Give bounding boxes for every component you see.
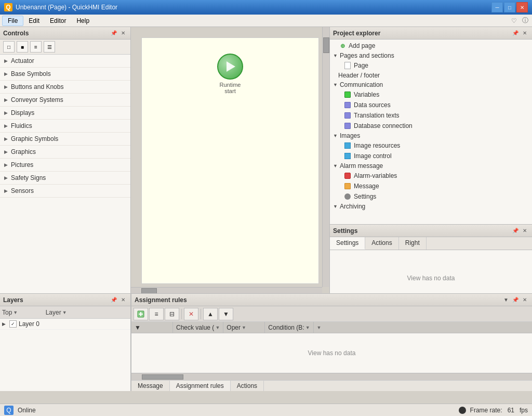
tree-item-database-connection[interactable]: Database connection [330,121,532,131]
control-pictures[interactable]: ▶ Pictures [0,159,130,172]
control-base-symbols[interactable]: ▶ Base Symbols [0,68,130,81]
tree-label: Images [340,132,360,139]
assignment-content: View has no data [131,333,532,373]
project-close-button[interactable]: ✕ [521,29,529,37]
settings-pin-button[interactable]: 📌 [511,227,520,235]
filter-icon[interactable]: ▼ [317,325,322,330]
variables-icon [343,90,352,99]
control-sensors[interactable]: ▶ Sensors [0,185,130,198]
collapse-icon: ▼ [333,133,338,138]
svg-marker-2 [227,61,235,72]
icon-list-simple[interactable]: ☰ [44,41,55,53]
menu-help[interactable]: Help [71,16,95,25]
layer-expand-button[interactable]: ▶ [2,321,9,327]
control-graphics[interactable]: ▶ Graphics [0,146,130,159]
tree-item-archiving[interactable]: ▼ Archiving [330,202,532,211]
filter-icon[interactable]: ▼ [62,310,67,315]
icon-square-filled[interactable]: ■ [17,41,28,53]
tree-item-image-resources[interactable]: Image resources [330,140,532,151]
assignment-add-button[interactable] [134,308,148,320]
arrow-icon: ▶ [4,188,8,193]
tree-item-page[interactable]: Page [330,60,532,71]
runtime-button[interactable]: Runtimestart [217,54,243,94]
control-conveyor[interactable]: ▶ Conveyor Systems [0,94,130,107]
assignment-down-button[interactable]: ▼ [219,308,233,320]
menu-edit[interactable]: Edit [23,16,45,25]
layer-visibility-checkbox[interactable] [9,320,17,328]
filter-icon[interactable]: ▼ [13,310,18,315]
tab-actions[interactable]: Actions [365,237,398,250]
tree-item-settings[interactable]: Settings [330,191,532,202]
tree-item-images[interactable]: ▼ Images [330,131,532,140]
filter-icon[interactable]: ▼ [215,325,220,330]
tree-label: Database connection [354,122,413,129]
control-buttons-knobs[interactable]: ▶ Buttons and Knobs [0,81,130,94]
assignment-hscrollbar[interactable] [131,373,532,380]
layers-pin-button[interactable]: 📌 [110,296,118,304]
window-title: Unbenannt (Page) - QuickHMI Editor [16,4,117,11]
control-fluidics[interactable]: ▶ Fluidics [0,120,130,133]
tree-item-translation-texts[interactable]: Translation texts [330,110,532,121]
tab-message[interactable]: Message [131,381,170,391]
layer-row: ▶ Layer 0 [0,319,130,330]
settings-close-button[interactable]: ✕ [521,227,529,235]
layers-list: ▶ Layer 0 [0,319,130,391]
assignment-list-button[interactable]: ≡ [149,308,164,320]
canvas-area[interactable]: Runtimestart [131,27,329,294]
control-safety-signs[interactable]: ▶ Safety Signs [0,172,130,185]
assignment-collapse-button[interactable]: ▼ [502,296,510,304]
image-control-icon [343,152,352,160]
assignment-list2-button[interactable]: ⊟ [165,308,179,320]
tree-item-pages-sections[interactable]: ▼ Pages and sections [330,51,532,60]
minimize-button[interactable]: ─ [491,2,503,12]
project-tree: ⊕ Add page ▼ Pages and sections Page [330,40,532,224]
icon-square-outline[interactable]: □ [3,41,15,53]
tree-item-variables[interactable]: Variables [330,89,532,100]
canvas-vscrollbar[interactable] [322,27,329,287]
menu-file[interactable]: File [2,16,23,26]
tab-right[interactable]: Right [399,237,427,250]
icon-list-detail[interactable]: ≡ [30,41,42,53]
control-actuator[interactable]: ▶ Actuator [0,55,130,68]
canvas-surface[interactable]: Runtimestart [141,37,319,284]
layers-column-header: Top ▼ Layer ▼ [0,306,130,319]
data-sources-icon [343,101,352,109]
assignment-pin-button[interactable]: 📌 [511,296,520,304]
tree-item-alarm-variables[interactable]: Alarm-variables [330,171,532,181]
info-icon[interactable]: ⓘ [521,16,530,25]
filter-icon[interactable]: ▼ [242,325,246,330]
arrow-icon: ▶ [4,97,8,102]
control-graphic-symbols[interactable]: ▶ Graphic Symbols [0,133,130,146]
hscroll-thumb[interactable] [142,374,183,380]
add-page-icon: ⊕ [338,42,347,50]
assignment-delete-button[interactable]: ✕ [184,308,198,320]
tree-item-image-control[interactable]: Image control [330,151,532,161]
project-pin-button[interactable]: 📌 [511,29,520,37]
controls-close-button[interactable]: ✕ [119,29,127,37]
tab-assignment-rules[interactable]: Assignment rules [170,381,231,391]
tree-item-header-footer[interactable]: Header / footer [330,71,532,80]
control-label: Conveyor Systems [11,96,63,103]
layers-close-button[interactable]: ✕ [119,296,127,304]
runtime-label: Runtimestart [220,82,241,94]
project-explorer-panel: Project explorer 📌 ✕ ⊕ Add page ▼ Pages … [330,27,532,225]
controls-pin-button[interactable]: 📌 [110,29,118,37]
tab-actions[interactable]: Actions [231,381,264,391]
tree-item-alarm-message[interactable]: ▼ Alarm message [330,161,532,171]
controls-icon-bar: □ ■ ≡ ☰ [0,40,130,55]
tree-item-data-sources[interactable]: Data sources [330,100,532,110]
filter-icon[interactable]: ▼ [305,325,310,330]
tab-settings[interactable]: Settings [330,237,365,250]
close-button[interactable]: ✕ [516,2,528,12]
tree-item-message[interactable]: Message [330,181,532,191]
assignment-up-button[interactable]: ▲ [203,308,218,320]
status-icon-svg: Q [5,407,12,414]
control-displays[interactable]: ▶ Displays [0,107,130,120]
tree-item-communication[interactable]: ▼ Communication [330,80,532,89]
assignment-close-button[interactable]: ✕ [521,296,529,304]
tree-item-add-page[interactable]: ⊕ Add page [330,41,532,51]
vscroll-thumb[interactable] [323,37,329,53]
heart-icon[interactable]: ♡ [509,16,518,25]
menu-editor[interactable]: Editor [45,16,71,25]
maximize-button[interactable]: □ [504,2,515,12]
